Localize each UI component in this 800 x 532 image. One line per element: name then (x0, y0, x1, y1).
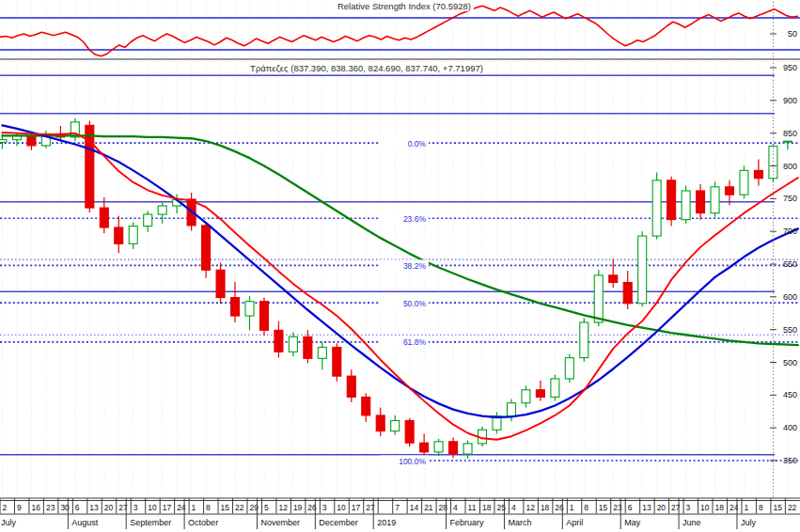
chart-canvas[interactable]: 0.0%23.6%38.2%50.0%61.8%100.0%5095090085… (0, 0, 800, 532)
svg-text:750: 750 (783, 194, 797, 203)
security-quote-title: Τράπεζες (837.390, 838.360, 824.690, 837… (247, 63, 486, 73)
svg-text:8: 8 (584, 503, 588, 512)
svg-text:1: 1 (744, 503, 748, 512)
svg-text:600: 600 (783, 292, 797, 302)
svg-text:18: 18 (715, 503, 725, 512)
svg-text:50: 50 (788, 29, 797, 39)
svg-text:October: October (188, 518, 218, 527)
candle (623, 283, 632, 304)
candle (86, 125, 94, 208)
candle (318, 347, 326, 358)
candle (0, 140, 7, 143)
candle (682, 191, 690, 220)
svg-text:23: 23 (46, 503, 55, 512)
candle (726, 187, 734, 195)
candle (376, 415, 384, 431)
candle (115, 227, 123, 243)
svg-text:4: 4 (453, 503, 458, 512)
svg-text:7: 7 (395, 503, 400, 512)
svg-text:4: 4 (511, 503, 516, 512)
svg-text:15: 15 (221, 503, 230, 512)
svg-text:August: August (71, 518, 99, 527)
svg-text:950: 950 (783, 63, 797, 72)
candle (100, 208, 108, 227)
candle (333, 347, 341, 376)
svg-text:11: 11 (468, 503, 477, 512)
svg-text:July: July (741, 518, 757, 527)
candle (667, 180, 676, 220)
candle (783, 141, 792, 142)
svg-text:April: April (566, 518, 583, 527)
candle (449, 442, 458, 454)
svg-text:3: 3 (133, 503, 138, 512)
svg-text:100.0%: 100.0% (399, 457, 426, 466)
ma-fast-red (3, 133, 798, 440)
candle (216, 270, 225, 297)
svg-text:5: 5 (264, 503, 269, 512)
rsi-indicator-title: Relative Strength Index (70.5928) (335, 1, 474, 11)
svg-text:850: 850 (783, 129, 797, 138)
svg-text:8: 8 (206, 503, 211, 512)
candle (536, 390, 544, 398)
svg-text:19: 19 (293, 503, 303, 512)
svg-text:50.0%: 50.0% (403, 299, 427, 308)
candle (129, 227, 137, 244)
svg-text:15: 15 (599, 503, 608, 512)
svg-text:16: 16 (31, 503, 40, 512)
svg-text:400: 400 (783, 423, 797, 432)
svg-text:61.8%: 61.8% (403, 337, 427, 347)
candle (609, 275, 618, 283)
candle (522, 390, 530, 403)
svg-text:21: 21 (424, 503, 433, 512)
candle (144, 214, 152, 227)
candle (463, 444, 472, 454)
candle (697, 191, 705, 213)
svg-text:14: 14 (410, 503, 419, 512)
svg-text:1: 1 (192, 503, 196, 512)
price-axis: 5095090085080075070065060055050045040035… (770, 2, 797, 498)
svg-text:10: 10 (700, 503, 710, 512)
candle (245, 302, 254, 316)
svg-text:6: 6 (628, 503, 633, 512)
svg-text:0.0%: 0.0% (408, 139, 427, 149)
svg-text:December: December (319, 518, 358, 527)
svg-text:July: July (1, 518, 17, 527)
charting-window: 0.0%23.6%38.2%50.0%61.8%100.0%5095090085… (0, 0, 800, 532)
ma-fast-red (3, 133, 798, 440)
svg-text:June: June (682, 518, 701, 527)
svg-text:3: 3 (322, 503, 327, 512)
candle (405, 421, 414, 444)
candle (580, 322, 588, 358)
candle (231, 298, 240, 317)
svg-text:20: 20 (657, 503, 667, 512)
candle (347, 376, 355, 397)
candle (507, 403, 515, 416)
date-axis: July29162330August6132027September310172… (0, 498, 800, 529)
svg-text:800: 800 (783, 162, 797, 171)
svg-text:900: 900 (783, 96, 797, 105)
candle (711, 187, 719, 213)
candle (740, 170, 748, 195)
svg-text:8: 8 (759, 503, 763, 512)
candle (652, 180, 661, 236)
candle (594, 275, 603, 322)
svg-text:700: 700 (783, 227, 797, 236)
svg-text:15: 15 (773, 503, 782, 512)
svg-text:3: 3 (686, 503, 691, 512)
candle (754, 170, 762, 178)
candle (259, 302, 268, 331)
svg-text:May: May (624, 518, 641, 527)
svg-text:22: 22 (788, 503, 797, 512)
svg-text:350: 350 (783, 456, 797, 465)
candle (158, 206, 166, 214)
svg-text:12: 12 (525, 503, 535, 512)
candle (202, 226, 211, 270)
svg-text:6: 6 (75, 503, 80, 512)
fibonacci-labels: 0.0%23.6%38.2%50.0%61.8%100.0% (380, 137, 429, 466)
svg-text:22: 22 (235, 503, 244, 512)
svg-text:2019: 2019 (377, 518, 396, 527)
svg-text:12: 12 (278, 503, 288, 512)
svg-text:550: 550 (783, 325, 797, 335)
candle (289, 336, 297, 352)
svg-text:9: 9 (17, 503, 22, 512)
